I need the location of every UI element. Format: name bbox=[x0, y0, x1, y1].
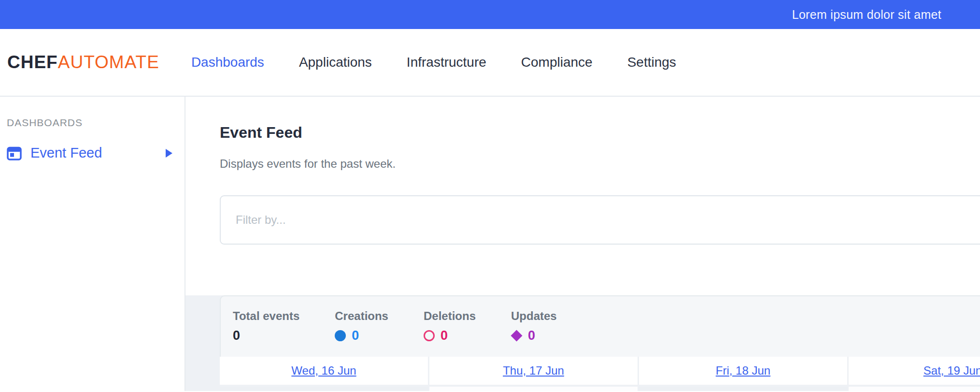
nav-compliance[interactable]: Compliance bbox=[521, 55, 593, 70]
event-counts-card: Total events 0 Creations 0 Deletions 0 U… bbox=[220, 295, 980, 357]
page-subtitle: Displays events for the past week. bbox=[220, 157, 980, 171]
timeline-stripe-row bbox=[220, 387, 980, 391]
chef-automate-logo[interactable]: CHEFAUTOMATE bbox=[7, 52, 159, 73]
stat-value: 0 bbox=[528, 328, 535, 343]
stripe-cell bbox=[639, 387, 847, 391]
stripe-cell bbox=[220, 387, 428, 391]
calendar-icon bbox=[7, 146, 22, 160]
main-content: Event Feed Displays events for the past … bbox=[185, 97, 980, 391]
main-nav: Dashboards Applications Infrastructure C… bbox=[191, 55, 676, 70]
stat-updates: Updates 0 bbox=[511, 309, 557, 357]
nav-dashboards[interactable]: Dashboards bbox=[191, 55, 264, 70]
day-cell: Sat, 19 Jun bbox=[849, 357, 980, 385]
timeline-grid: Wed, 16 Jun Thu, 17 Jun Fri, 18 Jun Sat,… bbox=[220, 357, 980, 391]
day-cell: Thu, 17 Jun bbox=[429, 357, 638, 385]
day-cell: Fri, 18 Jun bbox=[639, 357, 847, 385]
sidebar-section-label: DASHBOARDS bbox=[0, 117, 185, 129]
stat-label: Total events bbox=[233, 309, 299, 323]
page-title: Event Feed bbox=[220, 123, 980, 142]
stripe-cell bbox=[849, 387, 980, 391]
logo-chef: CHEF bbox=[7, 52, 58, 72]
stat-creations: Creations 0 bbox=[335, 309, 388, 357]
day-link-thu-17-jun[interactable]: Thu, 17 Jun bbox=[503, 364, 564, 377]
stat-deletions: Deletions 0 bbox=[424, 309, 476, 357]
logo-automate: AUTOMATE bbox=[58, 52, 159, 72]
stat-value: 0 bbox=[233, 328, 240, 343]
stripe-cell bbox=[429, 387, 638, 391]
day-link-fri-18-jun[interactable]: Fri, 18 Jun bbox=[716, 364, 770, 377]
app-header: CHEFAUTOMATE Dashboards Applications Inf… bbox=[0, 29, 980, 97]
nav-infrastructure[interactable]: Infrastructure bbox=[407, 55, 486, 70]
stat-label: Deletions bbox=[424, 309, 476, 323]
sidebar-item-label: Event Feed bbox=[30, 145, 166, 161]
stat-label: Updates bbox=[511, 309, 557, 323]
deletions-marker-icon bbox=[424, 330, 435, 341]
filter-input[interactable] bbox=[220, 195, 980, 245]
stat-value: 0 bbox=[440, 328, 448, 343]
creations-marker-icon bbox=[335, 330, 346, 341]
day-header-row: Wed, 16 Jun Thu, 17 Jun Fri, 18 Jun Sat,… bbox=[220, 357, 980, 385]
banner-message: Lorem ipsum dolor sit amet bbox=[792, 8, 941, 22]
stat-label: Creations bbox=[335, 309, 388, 323]
day-link-sat-19-jun[interactable]: Sat, 19 Jun bbox=[923, 364, 980, 377]
day-cell: Wed, 16 Jun bbox=[220, 357, 428, 385]
sidebar: DASHBOARDS Event Feed bbox=[0, 97, 185, 391]
chevron-right-icon bbox=[166, 149, 172, 158]
top-banner: Lorem ipsum dolor sit amet bbox=[0, 0, 980, 29]
day-link-wed-16-jun[interactable]: Wed, 16 Jun bbox=[291, 364, 356, 377]
stat-total-events: Total events 0 bbox=[233, 309, 299, 357]
event-feed-section: Total events 0 Creations 0 Deletions 0 U… bbox=[185, 295, 980, 391]
nav-applications[interactable]: Applications bbox=[299, 55, 372, 70]
sidebar-item-event-feed[interactable]: Event Feed bbox=[0, 143, 185, 163]
updates-marker-icon bbox=[511, 330, 522, 341]
stat-value: 0 bbox=[352, 328, 359, 343]
nav-settings[interactable]: Settings bbox=[627, 55, 676, 70]
